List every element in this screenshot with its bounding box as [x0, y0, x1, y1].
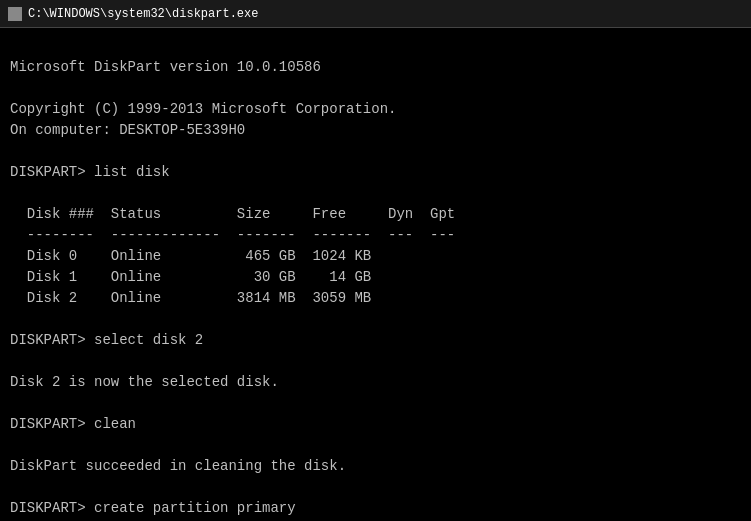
console-line — [10, 78, 741, 99]
console-line — [10, 393, 741, 414]
console-line — [10, 351, 741, 372]
console-line: DiskPart succeeded in cleaning the disk. — [10, 456, 741, 477]
console-line — [10, 183, 741, 204]
console-line — [10, 309, 741, 330]
console-output: Microsoft DiskPart version 10.0.10586 Co… — [0, 28, 751, 521]
console-line: On computer: DESKTOP-5E339H0 — [10, 120, 741, 141]
console-line: Disk 1 Online 30 GB 14 GB — [10, 267, 741, 288]
console-line — [10, 435, 741, 456]
console-line: DISKPART> clean — [10, 414, 741, 435]
console-line: Disk 2 Online 3814 MB 3059 MB — [10, 288, 741, 309]
title-text: C:\WINDOWS\system32\diskpart.exe — [28, 7, 258, 21]
console-line — [10, 141, 741, 162]
console-line: DISKPART> select disk 2 — [10, 330, 741, 351]
console-line: Disk ### Status Size Free Dyn Gpt — [10, 204, 741, 225]
console-line: Copyright (C) 1999-2013 Microsoft Corpor… — [10, 99, 741, 120]
console-line: Disk 0 Online 465 GB 1024 KB — [10, 246, 741, 267]
console-line — [10, 477, 741, 498]
console-line: DISKPART> create partition primary — [10, 498, 741, 519]
title-bar: C:\WINDOWS\system32\diskpart.exe — [0, 0, 751, 28]
console-line — [10, 36, 741, 57]
console-line: Disk 2 is now the selected disk. — [10, 372, 741, 393]
console-line: -------- ------------- ------- ------- -… — [10, 225, 741, 246]
app-icon — [8, 7, 22, 21]
console-line: DISKPART> list disk — [10, 162, 741, 183]
console-line: Microsoft DiskPart version 10.0.10586 — [10, 57, 741, 78]
